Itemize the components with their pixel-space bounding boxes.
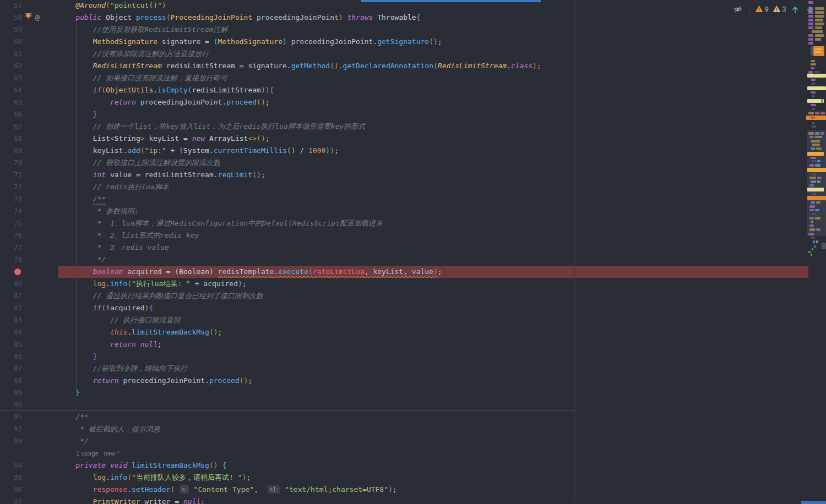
minimap[interactable] — [804, 0, 826, 504]
code-line[interactable]: 66 } — [0, 108, 807, 120]
line-number[interactable]: 63 — [0, 72, 22, 84]
gutter[interactable]: 87 — [0, 363, 58, 375]
error-badge[interactable]: 9 — [755, 5, 769, 14]
gutter[interactable]: 63 — [0, 72, 58, 84]
gutter[interactable]: 74 — [0, 205, 58, 217]
line-number[interactable]: 68 — [0, 133, 22, 145]
line-number[interactable]: 58 — [0, 12, 22, 24]
gutter[interactable]: 94 — [0, 459, 58, 472]
gutter[interactable]: 80 — [0, 278, 58, 290]
next-problem-arrow-icon[interactable] — [805, 3, 816, 15]
line-number[interactable]: 89 — [0, 387, 22, 399]
gutter[interactable]: 77 — [0, 242, 58, 254]
code-line[interactable]: 80 log.info("执行lua结果: " + acquired); — [0, 278, 807, 290]
line-number[interactable]: 69 — [0, 145, 22, 157]
gutter[interactable]: 59 — [0, 24, 58, 36]
line-number[interactable]: 67 — [0, 120, 22, 133]
line-number[interactable]: 74 — [0, 205, 22, 217]
previous-problem-arrow-icon[interactable] — [790, 3, 801, 15]
code-line[interactable]: 70 // 获取接口上限流注解设置的限流次数 — [0, 157, 807, 169]
gutter[interactable]: 92 — [0, 423, 58, 435]
line-number[interactable]: 60 — [0, 36, 22, 48]
line-number[interactable]: 57 — [0, 0, 22, 12]
line-number[interactable]: 84 — [0, 326, 22, 338]
line-number[interactable]: 75 — [0, 217, 22, 229]
line-number[interactable]: 90 — [0, 399, 22, 411]
line-number[interactable]: 64 — [0, 84, 22, 96]
gutter[interactable]: 90 — [0, 399, 58, 411]
code-line[interactable]: 61 //没有添加限流注解的方法直接放行 — [0, 48, 807, 60]
code-line[interactable]: 76 * 2、list形式的redis key — [0, 229, 807, 242]
gutter[interactable]: 69 — [0, 145, 58, 157]
line-number[interactable]: 78 — [0, 254, 22, 266]
gutter[interactable]: 70 — [0, 157, 58, 169]
line-number[interactable]: 82 — [0, 302, 22, 314]
code-line[interactable]: 84 this.limitStreamBackMsg(); — [0, 326, 807, 338]
code-line[interactable]: 68 List<String> keyList = new ArrayList<… — [0, 133, 807, 145]
line-number[interactable]: 59 — [0, 24, 22, 36]
code-line[interactable]: 82 if(!acquired){ — [0, 302, 807, 314]
code-line[interactable]: 95 log.info("当前排队人较多，请稍后再试! "); — [0, 472, 807, 484]
code-line[interactable]: 60 MethodSignature signature = (MethodSi… — [0, 36, 807, 48]
line-number[interactable]: 80 — [0, 278, 22, 290]
gutter[interactable]: 83 — [0, 314, 58, 326]
line-number[interactable]: 62 — [0, 60, 22, 72]
line-number[interactable]: 77 — [0, 242, 22, 254]
gutter[interactable]: 64 — [0, 84, 58, 96]
code-line[interactable]: boolean acquired = (Boolean) redisTempla… — [0, 266, 807, 278]
line-number[interactable]: 66 — [0, 108, 22, 120]
gutter[interactable]: 68 — [0, 133, 58, 145]
code-line[interactable]: 77 * 3、redis value — [0, 242, 807, 254]
line-number[interactable]: 71 — [0, 169, 22, 181]
code-line[interactable]: 58@ public Object process(ProceedingJoin… — [0, 12, 807, 24]
code-line[interactable]: 72 // redis执行lua脚本 — [0, 181, 807, 193]
gutter[interactable]: 57 — [0, 0, 58, 12]
line-number[interactable]: 92 — [0, 423, 22, 435]
inlay-hint-row[interactable]: 1 usage new * — [0, 447, 807, 459]
code-line[interactable]: 69 keyList.add("ip:" + (System.currentTi… — [0, 145, 807, 157]
line-number[interactable]: 65 — [0, 96, 22, 108]
gutter[interactable]: 73 — [0, 193, 58, 205]
gutter[interactable]: 86 — [0, 350, 58, 363]
aop-advice-bulb-icon[interactable] — [24, 12, 32, 24]
code-line[interactable]: 92 * 被拦截的人，提示消息 — [0, 423, 807, 435]
gutter[interactable]: 95 — [0, 472, 58, 484]
code-line[interactable]: 67 // 创建一个list，将key放入list，为之后redis执行lua脚… — [0, 120, 807, 133]
line-number[interactable]: 61 — [0, 48, 22, 60]
gutter[interactable]: 62 — [0, 60, 58, 72]
code-line[interactable]: 81 // 通过执行结果判断接口是否已经到了接口限制次数 — [0, 290, 807, 302]
code-line[interactable]: 74 * 参数说明: — [0, 205, 807, 217]
gutter[interactable]: 66 — [0, 108, 58, 120]
line-number[interactable]: 91 — [0, 411, 22, 423]
gutter[interactable]: 81 — [0, 290, 58, 302]
code-line[interactable]: 63 // 如果接口没有限流注解，直接放行即可 — [0, 72, 807, 84]
code-line[interactable]: 90 — [0, 399, 807, 411]
line-number[interactable]: 86 — [0, 350, 22, 363]
usage-hint[interactable]: 1 usage new * — [58, 450, 119, 457]
gutter[interactable]: 72 — [0, 181, 58, 193]
code-line[interactable]: 91 /** — [0, 411, 807, 423]
code-line[interactable]: 62 RedisLimitStream redisLimitStream = s… — [0, 60, 807, 72]
gutter[interactable]: 67 — [0, 120, 58, 133]
code-area[interactable]: 57 @Around("pointcut()")58@ public Objec… — [0, 0, 807, 504]
gutter[interactable]: 75 — [0, 217, 58, 229]
gutter[interactable]: 85 — [0, 338, 58, 350]
gutter[interactable]: 71 — [0, 169, 58, 181]
code-line[interactable]: 83 // 执行接口限流返回 — [0, 314, 807, 326]
code-line[interactable]: 64 if(ObjectUtils.isEmpty(redisLimitStre… — [0, 84, 807, 96]
line-number[interactable]: 88 — [0, 375, 22, 387]
horizontal-scrollbar-thumb[interactable] — [801, 501, 826, 504]
gutter[interactable]: 91 — [0, 411, 58, 423]
gutter[interactable]: 78 — [0, 254, 58, 266]
gutter[interactable]: 65 — [0, 96, 58, 108]
code-line[interactable]: 71 int value = redisLimitStream.reqLimit… — [0, 169, 807, 181]
code-line[interactable]: 93 */ — [0, 435, 807, 447]
code-line[interactable]: 59 //使用反射获取RedisLimitStream注解 — [0, 24, 807, 36]
line-number[interactable]: 95 — [0, 472, 22, 484]
line-number[interactable]: 85 — [0, 338, 22, 350]
inspections-eye-off-icon[interactable] — [731, 3, 745, 15]
gutter[interactable]: 76 — [0, 229, 58, 242]
breakpoint-dot[interactable] — [14, 269, 21, 275]
gutter[interactable]: 88 — [0, 375, 58, 387]
line-number[interactable]: 96 — [0, 484, 22, 496]
